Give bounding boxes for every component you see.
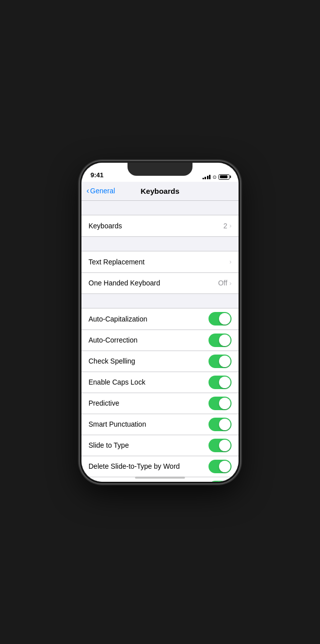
delete-slide-to-type-row[interactable]: Delete Slide-to-Type by Word bbox=[82, 456, 238, 477]
text-section: Text Replacement › One Handed Keyboard O… bbox=[82, 251, 238, 294]
delete-slide-to-type-label: Delete Slide-to-Type by Word bbox=[88, 462, 180, 470]
one-handed-keyboard-right: Off › bbox=[218, 279, 232, 287]
text-replacement-right: › bbox=[230, 258, 232, 265]
slide-to-type-toggle[interactable] bbox=[208, 439, 232, 452]
auto-correction-toggle[interactable] bbox=[208, 334, 232, 347]
keyboards-section: Keyboards 2 › bbox=[82, 215, 238, 237]
predictive-row[interactable]: Predictive bbox=[82, 393, 238, 414]
spacer-3 bbox=[82, 294, 238, 308]
toggle-knob bbox=[219, 335, 230, 346]
keyboards-right: 2 › bbox=[224, 222, 232, 230]
auto-capitalization-label: Auto-Capitalization bbox=[88, 315, 148, 323]
notch bbox=[128, 163, 192, 176]
spacer-1 bbox=[82, 201, 238, 215]
battery-icon bbox=[218, 174, 230, 180]
wifi-icon: ⊙ bbox=[212, 174, 216, 180]
back-chevron-icon: ‹ bbox=[86, 186, 89, 195]
phone-screen: 9:41 ⊙ ‹ General Keyboards bbox=[82, 163, 238, 482]
check-spelling-toggle[interactable] bbox=[208, 355, 232, 368]
page-title: Keyboards bbox=[140, 187, 180, 195]
chevron-right-icon: › bbox=[230, 222, 232, 229]
status-time: 9:41 bbox=[90, 171, 104, 180]
status-icons: ⊙ bbox=[202, 174, 230, 180]
back-button[interactable]: ‹ General bbox=[86, 186, 115, 195]
navigation-bar: ‹ General Keyboards bbox=[82, 182, 238, 201]
check-spelling-row[interactable]: Check Spelling bbox=[82, 351, 238, 372]
predictive-label: Predictive bbox=[88, 399, 119, 407]
enable-caps-lock-row[interactable]: Enable Caps Lock bbox=[82, 372, 238, 393]
smart-punctuation-label: Smart Punctuation bbox=[88, 420, 146, 428]
toggles-section: Auto-Capitalization Auto-Correction Chec… bbox=[82, 308, 238, 482]
keyboards-label: Keyboards bbox=[88, 222, 122, 230]
one-handed-keyboard-label: One Handed Keyboard bbox=[88, 279, 160, 287]
chevron-right-icon-3: › bbox=[230, 279, 232, 287]
spacer-2 bbox=[82, 237, 238, 251]
toggle-knob bbox=[219, 461, 230, 472]
signal-icon bbox=[202, 174, 211, 179]
slide-to-type-row[interactable]: Slide to Type bbox=[82, 435, 238, 456]
toggle-knob bbox=[219, 356, 230, 367]
text-replacement-row[interactable]: Text Replacement › bbox=[82, 251, 238, 272]
text-replacement-label: Text Replacement bbox=[88, 258, 144, 266]
chevron-right-icon-2: › bbox=[230, 258, 232, 265]
auto-correction-label: Auto-Correction bbox=[88, 336, 138, 344]
toggle-knob bbox=[219, 419, 230, 430]
check-spelling-label: Check Spelling bbox=[88, 357, 135, 365]
one-handed-keyboard-row[interactable]: One Handed Keyboard Off › bbox=[82, 272, 238, 293]
smart-punctuation-toggle[interactable] bbox=[208, 418, 232, 431]
enable-caps-lock-toggle[interactable] bbox=[208, 376, 232, 389]
character-preview-toggle[interactable] bbox=[208, 481, 232, 482]
toggle-knob bbox=[219, 313, 230, 325]
toggle-knob bbox=[219, 398, 230, 409]
auto-correction-row[interactable]: Auto-Correction bbox=[82, 330, 238, 351]
keyboards-row[interactable]: Keyboards 2 › bbox=[82, 215, 238, 236]
phone-frame: 9:41 ⊙ ‹ General Keyboards bbox=[80, 161, 240, 483]
keyboards-count: 2 bbox=[224, 222, 228, 230]
enable-caps-lock-label: Enable Caps Lock bbox=[88, 378, 146, 386]
auto-capitalization-toggle[interactable] bbox=[208, 312, 232, 326]
slide-to-type-label: Slide to Type bbox=[88, 441, 129, 449]
predictive-toggle[interactable] bbox=[208, 397, 232, 410]
settings-content[interactable]: Keyboards 2 › Text Replacement › bbox=[82, 201, 238, 482]
auto-capitalization-row[interactable]: Auto-Capitalization bbox=[82, 308, 238, 330]
one-handed-keyboard-value: Off bbox=[218, 279, 227, 287]
smart-punctuation-row[interactable]: Smart Punctuation bbox=[82, 414, 238, 435]
back-label: General bbox=[90, 187, 115, 195]
delete-slide-to-type-toggle[interactable] bbox=[208, 460, 232, 473]
toggle-knob bbox=[219, 440, 230, 451]
home-indicator bbox=[135, 477, 185, 479]
toggle-knob bbox=[219, 377, 230, 388]
battery-fill bbox=[220, 175, 228, 178]
